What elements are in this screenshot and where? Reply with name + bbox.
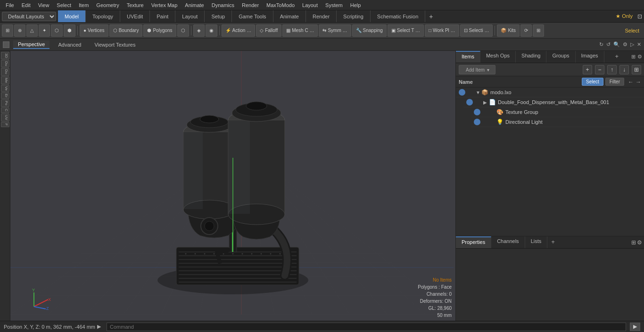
item-vis-food[interactable] [466,99,473,105]
menu-dynamics[interactable]: Dynamics [208,1,238,9]
panel-tab-mesh-ops[interactable]: Mesh Ops [480,51,516,63]
tool-kits-btn[interactable]: 📦 Kits [497,24,520,37]
sidebar-btn-dup1[interactable]: Du [1,60,9,67]
tool-star-btn[interactable]: ✦ [39,24,50,37]
prop-tab-plus[interactable]: + [547,236,559,248]
tool-circle-btn[interactable]: ◉ [206,24,217,37]
layout-tab-gametools[interactable]: Game Tools [232,10,273,22]
layout-tab-uvedit[interactable]: UVEdit [120,10,150,22]
menu-item[interactable]: Item [75,1,92,9]
tool-boundary-btn[interactable]: ⬡ Boundary [109,24,143,37]
items-action-3[interactable]: ↑ [607,65,617,74]
items-action-1[interactable]: + [583,65,592,74]
layout-tab-render[interactable]: Render [306,10,337,22]
menu-texture[interactable]: Texture [123,1,148,9]
panel-tab-items[interactable]: Items [456,51,480,63]
sidebar-btn-edit[interactable]: Er [1,92,9,99]
tool-select-t-btn[interactable]: ▣ Select T … [388,24,424,37]
sidebar-btn-poly[interactable]: Po [1,99,9,107]
menu-file[interactable]: File [2,1,18,9]
prop-gear-icon[interactable]: ⚙ [637,239,642,246]
panel-tab-shading[interactable]: Shading [516,51,546,63]
layout-tab-scripting[interactable]: Scripting [337,10,371,22]
menu-edit[interactable]: Edit [18,1,34,9]
vp-close-icon[interactable]: ✕ [637,41,641,48]
status-arrow[interactable]: ▶ [95,324,103,330]
sidebar-btn-c[interactable]: C [1,107,9,113]
items-action-4[interactable]: ↓ [619,65,629,74]
menu-render[interactable]: Render [238,1,263,9]
layout-tab-animate[interactable]: Animate [273,10,306,22]
panel-expand-icon[interactable]: ⊞ [631,54,636,60]
item-vis-light[interactable] [474,119,480,125]
tool-ring-btn[interactable]: ◈ [193,24,205,37]
tool-tri-btn[interactable]: △ [26,24,38,37]
menu-select[interactable]: Select [53,1,75,9]
tool-falloff-btn[interactable]: ◇ Falloff [256,24,281,37]
menu-help[interactable]: Help [347,1,365,9]
sidebar-btn-mesh[interactable]: Me [1,76,9,84]
menu-animate[interactable]: Animate [181,1,207,9]
panel-gear-icon[interactable]: ⚙ [637,54,642,60]
tool-grid2-btn[interactable]: ⊞ [533,24,544,37]
items-action-2[interactable]: − [595,65,604,74]
item-row-texture[interactable]: 🎨 Texture Group [471,107,644,117]
panel-tab-groups[interactable]: Groups [546,51,575,63]
vp-zoom-icon[interactable]: 🔍 [613,41,620,48]
vp-rotate-icon[interactable]: ↻ [599,41,603,48]
item-vis-modo[interactable] [459,89,465,96]
sidebar-btn-uv[interactable]: UV [1,113,9,121]
layout-tab-layout[interactable]: Layout [175,10,205,22]
tool-sphere-btn[interactable]: ⊕ [14,24,25,37]
tool-hex2-btn[interactable]: ⬢ [64,24,75,37]
prop-tab-properties[interactable]: Properties [456,236,491,248]
vp-tab-textures[interactable]: Viewport Textures [90,41,140,49]
prop-tab-channels[interactable]: Channels [491,236,525,248]
menu-view[interactable]: View [34,1,53,9]
layout-dropdown[interactable]: Default Layouts [2,12,56,21]
tool-selecti-btn[interactable]: ⊡ Selecti … [460,24,493,37]
item-expand-light[interactable] [491,120,495,125]
items-select-button[interactable]: Select [582,78,603,86]
layout-tab-plus[interactable]: + [425,11,437,22]
tool-polygons-btn[interactable]: ⬢ Polygons [143,24,176,37]
panel-tab-plus[interactable]: + [611,51,622,63]
menu-geometry[interactable]: Geometry [92,1,123,9]
item-row-light[interactable]: 💡 Directional Light [471,117,644,127]
tool-vertices-btn[interactable]: ● Vertices [80,24,108,37]
tool-workpl-btn[interactable]: □ Work Pl … [425,24,459,37]
tool-rotate-btn[interactable]: ⟳ [520,24,532,37]
command-input[interactable] [107,323,626,331]
item-row-food[interactable]: ▶ 📄 Double_Food_Dispenser_with_Metal_Bas… [463,97,644,107]
viewport[interactable]: X Y Z No Items Polygons : Face Channels:… [10,51,455,321]
vp-play-icon[interactable]: ▷ [630,41,634,48]
layout-maximize[interactable]: ⊡ [636,13,644,20]
tool-symm-btn[interactable]: ⇆ Symm … [319,24,351,37]
layout-tab-topology[interactable]: Topology [86,10,120,22]
item-vis-texture[interactable] [474,109,480,115]
tool-action-btn[interactable]: ⚡ Action … [222,24,256,37]
vp-gear-icon[interactable]: ⚙ [623,41,627,48]
vp-tab-advanced[interactable]: Advanced [53,41,86,49]
prop-tab-lists[interactable]: Lists [525,236,548,248]
tool-mesh-btn[interactable]: ▦ Mesh C … [282,24,318,37]
item-expand-modo[interactable]: ▼ [476,90,480,95]
layout-tab-setup[interactable]: Setup [205,10,232,22]
item-expand-texture[interactable] [491,110,495,115]
items-arrow-left[interactable]: ← [628,79,634,85]
item-row-modo[interactable]: ▼ 📦 modo.lxo [456,88,644,97]
sidebar-btn-vert[interactable]: Ve [1,85,9,92]
sidebar-btn-3d[interactable]: 3D [1,52,9,59]
panel-tab-images[interactable]: Images [576,51,604,63]
sidebar-btn-f[interactable]: F [1,122,9,127]
layout-tab-paint[interactable]: Paint [150,10,175,22]
vp-tab-perspective[interactable]: Perspective [13,40,50,49]
layout-tab-schematic[interactable]: Schematic Fusion [371,10,425,22]
tool-grid-btn[interactable]: ⊞ [2,24,13,37]
item-expand-food[interactable]: ▶ [483,100,488,105]
menu-vertex-map[interactable]: Vertex Map [148,1,182,9]
items-filter-button[interactable]: Filter [605,78,624,86]
menu-maxtomodo[interactable]: MaxToModo [263,1,298,9]
vp-undo-icon[interactable]: ↺ [606,41,611,48]
command-exec-button[interactable]: ▶ [630,323,640,331]
